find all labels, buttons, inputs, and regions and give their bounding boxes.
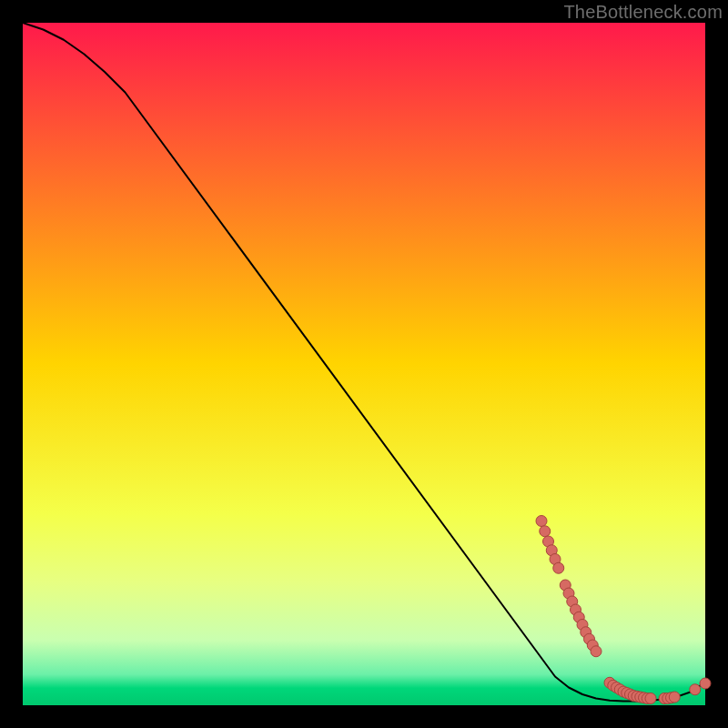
curve-marker — [690, 684, 701, 695]
curve-marker — [553, 562, 564, 573]
watermark-text: TheBottleneck.com — [563, 2, 723, 23]
curve-marker — [536, 516, 547, 527]
bottleneck-chart — [0, 0, 728, 728]
curve-marker — [540, 526, 551, 537]
curve-marker — [591, 646, 602, 657]
curve-marker — [669, 692, 680, 703]
gradient-background — [23, 23, 705, 705]
curve-marker — [645, 693, 656, 704]
curve-marker — [700, 678, 711, 689]
chart-stage: TheBottleneck.com — [0, 0, 728, 728]
